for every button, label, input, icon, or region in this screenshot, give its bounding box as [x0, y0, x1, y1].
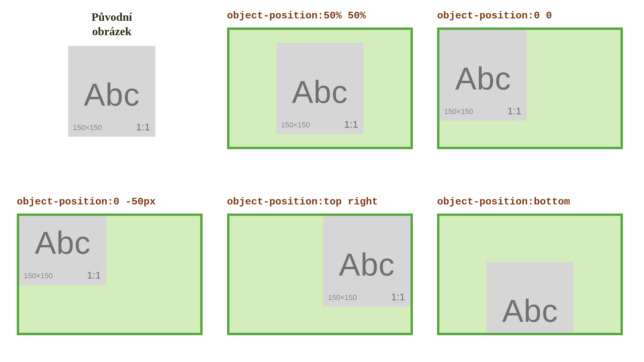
example-cell-neg50: object-position:0 -50px Abc 150×150 1:1 — [17, 196, 207, 352]
placeholder-tile: Abc 150×150 1:1 — [486, 262, 574, 335]
tile-dims: 150×150 — [444, 107, 473, 116]
example-label: object-position:50% 50% — [227, 10, 366, 21]
tile-text: Abc — [339, 249, 395, 281]
original-tile-wrap: Abc 150×150 1:1 — [68, 46, 155, 137]
demo-grid: Původní obrázek Abc 150×150 1:1 object-p… — [0, 0, 644, 362]
placeholder-tile: Abc 150×150 1:1 — [439, 30, 527, 121]
placeholder-tile: Abc 150×150 1:1 — [276, 43, 364, 134]
object-container: Abc 150×150 1:1 — [437, 214, 623, 335]
tile-ratio: 1:1 — [507, 105, 522, 117]
example-label: object-position:0 0 — [437, 10, 552, 21]
tile-text: Abc — [84, 79, 140, 111]
object-container: Abc 150×150 1:1 — [17, 214, 203, 335]
tile-dims: 150×150 — [281, 120, 310, 129]
object-container: Abc 150×150 1:1 — [227, 214, 413, 335]
object-container: Abc 150×150 1:1 — [227, 27, 413, 149]
tile-dims: 150×150 — [73, 123, 102, 132]
original-cell: Původní obrázek Abc 150×150 1:1 — [17, 10, 207, 166]
tile-ratio: 1:1 — [136, 121, 150, 133]
example-label: object-position:bottom — [437, 196, 570, 207]
example-cell-topleft: object-position:0 0 Abc 150×150 1:1 — [437, 10, 627, 166]
placeholder-tile: Abc 150×150 1:1 — [19, 214, 106, 285]
tile-text: Abc — [502, 295, 558, 327]
placeholder-tile: Abc 150×150 1:1 — [68, 46, 155, 137]
tile-ratio: 1:1 — [344, 118, 358, 130]
tile-ratio: 1:1 — [391, 291, 405, 303]
tile-dims: 150×150 — [328, 293, 357, 302]
example-label: object-position:top right — [227, 196, 378, 207]
example-cell-bottom: object-position:bottom Abc 150×150 1:1 — [437, 196, 627, 352]
original-title: Původní obrázek — [92, 10, 132, 39]
tile-text: Abc — [35, 227, 91, 259]
tile-dims: 150×150 — [24, 272, 53, 280]
example-cell-center: object-position:50% 50% Abc 150×150 1:1 — [227, 10, 417, 166]
placeholder-tile: Abc 150×150 1:1 — [323, 216, 411, 307]
example-label: object-position:0 -50px — [17, 196, 156, 207]
object-container: Abc 150×150 1:1 — [437, 27, 623, 149]
tile-text: Abc — [455, 63, 511, 95]
example-cell-topright: object-position:top right Abc 150×150 1:… — [227, 196, 417, 352]
tile-text: Abc — [292, 76, 348, 108]
tile-ratio: 1:1 — [87, 269, 101, 281]
